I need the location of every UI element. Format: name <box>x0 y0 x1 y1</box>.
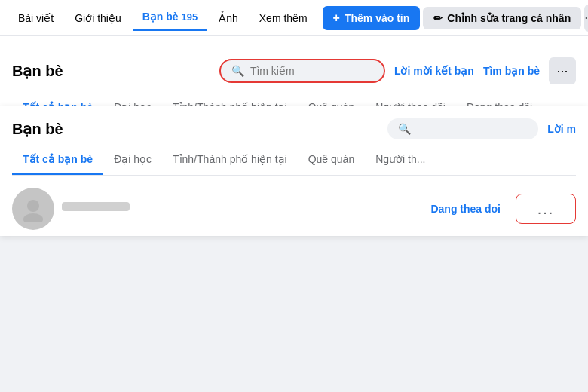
overlay-tab-que-quan[interactable]: Quê quán <box>298 145 366 175</box>
edit-profile-button[interactable]: ✏ Chỉnh sửa trang cá nhân <box>423 7 581 29</box>
svg-point-0 <box>27 200 39 212</box>
top-nav: Bài viết Giới thiệu Bạn bè 195 Ảnh Xem t… <box>0 0 588 36</box>
overlay-panel: Bạn bè 🔍 Lời m Tất cả bạn bè Đại học Tỉn… <box>0 106 588 236</box>
overlay-title: Bạn bè <box>12 120 378 138</box>
nav-more-button[interactable]: ··· <box>584 5 588 32</box>
overlay-loi-btn[interactable]: Lời m <box>547 123 576 135</box>
plus-icon: + <box>333 11 340 25</box>
friends-more-button[interactable]: ··· <box>549 57 576 84</box>
search-icon: 🔍 <box>231 65 244 77</box>
loi-moi-ket-ban-button[interactable]: Lời mời kết bạn <box>394 65 474 77</box>
dots-icon: ··· <box>556 63 568 79</box>
overlay-friend-info <box>62 202 130 216</box>
overlay-friend-avatar <box>12 188 54 230</box>
nav-ban-be[interactable]: Bạn bè 195 <box>133 5 207 31</box>
friend-count-badge: 195 <box>181 11 198 23</box>
nav-anh[interactable]: Ảnh <box>210 6 247 30</box>
svg-point-1 <box>23 213 43 222</box>
overlay-header: Bạn bè 🔍 Lời m <box>12 118 576 139</box>
nav-gioi-thieu[interactable]: Giới thiệu <box>66 6 130 30</box>
dots-icon: ··· <box>584 10 588 26</box>
overlay-tab-nguoi-th[interactable]: Người th... <box>365 145 436 175</box>
overlay-search-icon: 🔍 <box>398 123 411 135</box>
overlay-tabs: Tất cả bạn bè Đại học Tỉnh/Thành phố hiệ… <box>12 145 576 176</box>
tim-ban-be-button[interactable]: Tìm bạn bè <box>483 65 540 77</box>
overlay-dots-icon: ... <box>537 201 555 218</box>
friends-title: Bạn bè <box>12 62 210 80</box>
nav-bai-viet[interactable]: Bài viết <box>9 6 63 30</box>
overlay-tab-tat-ca[interactable]: Tất cả bạn bè <box>12 145 103 175</box>
overlay-friend-name-bar <box>62 202 130 211</box>
nav-xem-them[interactable]: Xem thêm <box>250 6 317 30</box>
friends-header: Bạn bè 🔍 Lời mời kết bạn Tìm bạn bè ··· <box>12 48 576 90</box>
overlay-friends-row: Dang thea doi ... <box>12 176 576 236</box>
overlay-tab-tinh-thanh[interactable]: Tỉnh/Thành phố hiện tại <box>162 145 298 175</box>
overlay-tab-dai-hoc[interactable]: Đại học <box>103 145 162 175</box>
overlay-search-box[interactable]: 🔍 <box>387 118 538 139</box>
overlay-friend-card <box>12 188 289 230</box>
overlay-dots-button[interactable]: ... <box>516 194 576 224</box>
search-box[interactable]: 🔍 <box>219 59 385 83</box>
pencil-icon: ✏ <box>433 12 443 24</box>
search-input[interactable] <box>250 65 373 77</box>
add-to-story-button[interactable]: + Thêm vào tin <box>323 6 421 30</box>
dang-theo-doi-label: Dang thea doi <box>424 203 507 215</box>
